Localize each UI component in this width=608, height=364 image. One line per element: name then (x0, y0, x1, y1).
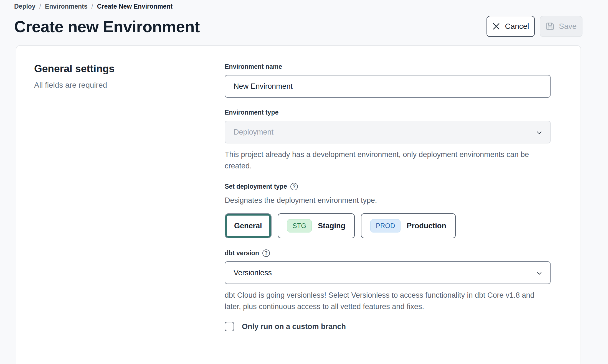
breadcrumb-separator: / (91, 3, 93, 10)
settings-summary: General settings All fields are required (34, 63, 225, 331)
cancel-button-label: Cancel (505, 22, 529, 31)
deployment-type-general-button[interactable]: General (225, 213, 272, 238)
breadcrumb-environments[interactable]: Environments (45, 3, 87, 10)
production-badge: PROD (370, 219, 401, 232)
breadcrumb-current: Create New Environment (97, 3, 173, 10)
chevron-down-icon (536, 270, 543, 279)
deployment-type-staging-button[interactable]: STG Staging (278, 213, 355, 238)
section-divider (34, 357, 574, 357)
dbt-version-group: dbt version ? Versionless dbt Cloud is g… (225, 249, 551, 312)
environment-type-help-text: This project already has a development e… (225, 149, 551, 172)
custom-branch-row: Only run on a custom branch (225, 322, 551, 331)
chevron-down-icon (536, 129, 543, 138)
dbt-version-label: dbt version (225, 249, 259, 257)
cancel-button[interactable]: Cancel (487, 16, 535, 37)
staging-badge: STG (287, 219, 312, 232)
dbt-version-help-text: dbt Cloud is going versionless! Select V… (225, 290, 551, 312)
breadcrumb: Deploy / Environments / Create New Envir… (0, 0, 608, 10)
deployment-type-description: Designates the deployment environment ty… (225, 195, 551, 206)
page-header: Create new Environment Cancel Save (0, 10, 608, 37)
environment-name-label: Environment name (225, 63, 551, 70)
deployment-type-production-label: Production (407, 222, 446, 230)
environment-type-select: Deployment (225, 121, 551, 143)
deployment-type-options: General STG Staging PROD Production (225, 213, 551, 238)
environment-type-value: Deployment (234, 128, 273, 136)
dbt-version-value: Versionless (234, 269, 272, 277)
deployment-type-general-label: General (234, 222, 262, 230)
dbt-version-select[interactable]: Versionless (225, 261, 551, 284)
settings-form: Environment name Environment type Deploy… (225, 63, 551, 331)
environment-type-group: Environment type Deployment This project… (225, 109, 551, 172)
environment-type-label: Environment type (225, 109, 551, 116)
environment-name-group: Environment name (225, 63, 551, 98)
deployment-type-group: Set deployment type ? Designates the dep… (225, 183, 551, 238)
help-icon[interactable]: ? (290, 183, 298, 190)
deployment-type-production-button[interactable]: PROD Production (361, 213, 456, 238)
help-icon[interactable]: ? (262, 249, 270, 257)
deployment-type-label: Set deployment type (225, 183, 287, 190)
section-subtitle: All fields are required (34, 81, 225, 90)
deployment-type-staging-label: Staging (318, 222, 345, 230)
section-title: General settings (34, 63, 225, 75)
close-icon (492, 22, 500, 31)
breadcrumb-deploy[interactable]: Deploy (14, 3, 36, 10)
header-actions: Cancel Save (487, 16, 582, 37)
environment-name-input[interactable] (225, 75, 551, 98)
breadcrumb-separator: / (39, 3, 41, 10)
custom-branch-checkbox[interactable] (225, 322, 234, 331)
save-button-label: Save (559, 22, 577, 31)
page-title: Create new Environment (14, 17, 200, 36)
custom-branch-label: Only run on a custom branch (242, 322, 346, 331)
save-icon (546, 22, 554, 31)
save-button[interactable]: Save (540, 16, 582, 37)
settings-card: General settings All fields are required… (16, 45, 581, 364)
